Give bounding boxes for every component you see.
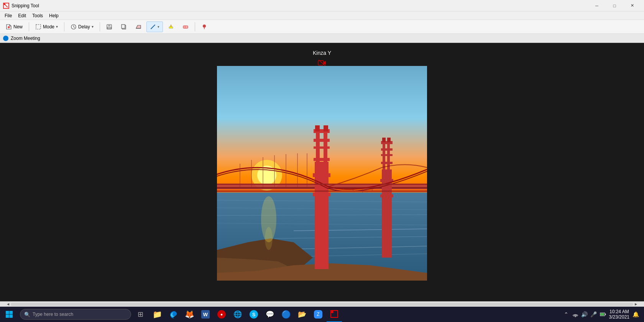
system-tray: ⌃ 🔊 🎤 (562, 310, 607, 318)
mode-arrow: ▾ (56, 25, 58, 29)
taskbar-chrome[interactable]: 🔵 (278, 307, 294, 322)
horizontal-scrollbar[interactable]: ◀ ▶ (0, 301, 644, 307)
svg-marker-20 (170, 25, 172, 27)
svg-rect-79 (217, 184, 427, 185)
firefox-icon: 🦊 (185, 310, 194, 319)
tray-mic[interactable]: 🎤 (590, 310, 598, 318)
svg-rect-54 (315, 125, 320, 131)
close-button[interactable]: ✕ (623, 0, 641, 12)
taskbar-app6[interactable]: 📂 (294, 307, 310, 322)
maximize-button[interactable]: □ (606, 0, 623, 12)
mode-button[interactable]: Mode ▾ (32, 21, 61, 32)
svg-line-17 (151, 25, 155, 29)
svg-rect-25 (318, 61, 324, 65)
title-bar-left: Snipping Tool (3, 3, 39, 9)
save-button[interactable] (103, 21, 116, 32)
new-button[interactable]: New (2, 21, 26, 32)
snip-content: Kinza Y (0, 43, 644, 301)
save-icon (106, 24, 112, 30)
tray-network[interactable] (572, 310, 579, 318)
menu-help[interactable]: Help (46, 12, 62, 19)
taskbar-zoom[interactable]: Z (310, 307, 326, 322)
pen-icon (150, 24, 156, 30)
svg-rect-84 (10, 311, 13, 314)
snip-tab[interactable]: Zoom Meeting (0, 34, 644, 43)
pen-button[interactable]: ▾ (146, 21, 163, 32)
svg-point-88 (331, 311, 334, 313)
svg-rect-65 (382, 138, 386, 142)
tray-speaker[interactable]: 🔊 (581, 310, 588, 318)
taskbar-search[interactable]: 🔍 Type here to search (20, 309, 131, 320)
svg-rect-66 (387, 138, 391, 142)
menu-edit[interactable]: Edit (15, 12, 29, 19)
copy-icon (121, 24, 127, 30)
svg-rect-14 (122, 25, 125, 28)
svg-rect-51 (314, 139, 330, 142)
menu-file[interactable]: File (2, 12, 15, 19)
eraser2-icon (182, 24, 189, 30)
taskview-button[interactable]: ⊞ (133, 307, 148, 322)
content-area: Zoom Meeting Kinza Y (0, 34, 644, 301)
sep-1 (29, 22, 29, 31)
svg-rect-92 (605, 314, 606, 315)
svg-rect-91 (600, 313, 604, 315)
menu-tools[interactable]: Tools (29, 12, 46, 19)
title-bar-controls: ─ □ ✕ (588, 0, 641, 12)
edge2-icon: 🌐 (233, 310, 242, 319)
file-explorer-icon: 📁 (153, 310, 162, 319)
svg-rect-63 (381, 154, 393, 156)
highlighter-button[interactable] (164, 21, 177, 32)
svg-rect-11 (108, 25, 110, 26)
taskbar-clock[interactable]: 10:24 AM 3/23/2021 (609, 309, 629, 320)
taskbar-edge2[interactable]: 🌐 (230, 307, 245, 322)
copy-button[interactable] (117, 21, 130, 32)
zoom-taskbar-icon: Z (314, 310, 322, 319)
svg-rect-12 (107, 27, 111, 29)
taskbar-firefox[interactable]: 🦊 (182, 307, 197, 322)
svg-rect-58 (380, 194, 393, 197)
taskview-icon: ⊞ (136, 310, 145, 319)
eraser2-button[interactable] (179, 21, 192, 32)
app6-icon: 📂 (297, 310, 307, 319)
svg-rect-80 (217, 191, 427, 192)
scroll-right-arrow[interactable]: ▶ (633, 302, 639, 307)
scroll-left-arrow[interactable]: ◀ (5, 302, 11, 307)
title-bar-title: Snipping Tool (12, 3, 39, 8)
taskbar-snipping[interactable] (327, 307, 342, 322)
minimize-button[interactable]: ─ (588, 0, 606, 12)
svg-marker-15 (136, 25, 141, 28)
taskbar-search-icon: 🔍 (24, 312, 30, 317)
zoom-area: Kinza Y (0, 43, 644, 301)
svg-rect-19 (169, 27, 173, 28)
svg-rect-83 (6, 311, 9, 314)
delay-button[interactable]: Delay ▾ (67, 21, 97, 32)
tray-chevron[interactable]: ⌃ (562, 310, 570, 318)
app5-icon: 💬 (265, 310, 274, 319)
delay-label: Delay (78, 24, 90, 30)
svg-point-89 (575, 316, 576, 317)
taskbar-app-red[interactable]: ● (214, 307, 229, 322)
taskbar-skype[interactable]: S (246, 307, 261, 322)
snipping-tool-icon (3, 3, 9, 9)
highlighter-icon (168, 24, 174, 30)
red-app-icon: ● (217, 310, 226, 319)
pin-button[interactable] (198, 21, 211, 32)
taskbar-edge[interactable] (166, 307, 181, 322)
sep-3 (100, 22, 100, 31)
bridge-image (217, 66, 427, 281)
scroll-track[interactable] (11, 303, 633, 306)
eraser-button[interactable] (132, 21, 145, 32)
toolbar: New Mode ▾ Delay ▾ (0, 20, 644, 34)
svg-rect-45 (315, 162, 329, 269)
taskbar-file-explorer[interactable]: 📁 (150, 307, 165, 322)
taskbar-app5[interactable]: 💬 (262, 307, 278, 322)
svg-rect-52 (314, 146, 330, 149)
svg-rect-85 (6, 315, 9, 318)
sep-4 (195, 22, 195, 31)
sep-2 (64, 22, 64, 31)
start-button[interactable] (0, 307, 18, 322)
delay-arrow: ▾ (92, 25, 94, 29)
tray-battery[interactable] (599, 310, 607, 318)
notification-center[interactable]: 🔔 (632, 310, 639, 318)
taskbar-word[interactable]: W (198, 307, 213, 322)
